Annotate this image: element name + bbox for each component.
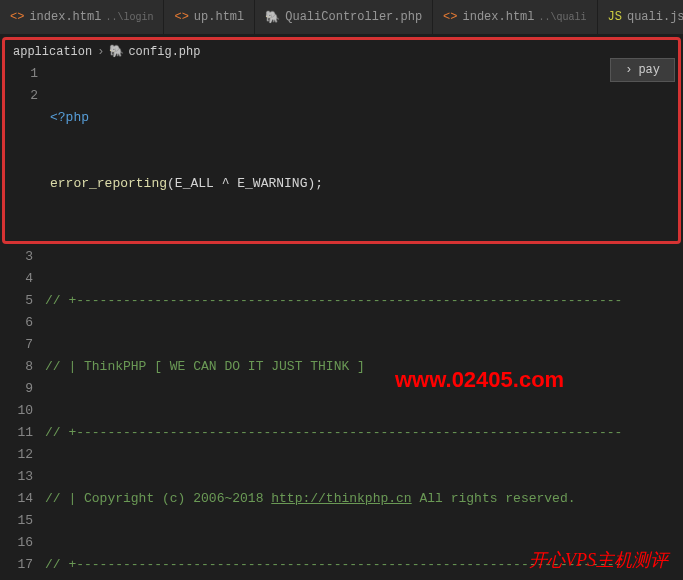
highlighted-region: application › 🐘 config.php 1 2 <?php err… bbox=[2, 37, 681, 244]
tab-quali-js[interactable]: JS quali.js bbox=[598, 0, 683, 34]
chevron-right-icon: › bbox=[97, 45, 104, 59]
tab-label: up.html bbox=[194, 10, 244, 24]
breadcrumb[interactable]: application › 🐘 config.php bbox=[5, 40, 678, 63]
tab-label: QualiController.php bbox=[285, 10, 422, 24]
editor-first-lines: 1 2 <?php error_reporting(E_ALL ^ E_WARN… bbox=[5, 63, 678, 239]
editor-body: 3 4 5 6 7 8 9 10 11 12 13 14 15 16 17 18… bbox=[0, 246, 683, 580]
tab-index-quali[interactable]: <> index.html ..\quali bbox=[433, 0, 597, 34]
editor-tabs: <> index.html ..\login <> up.html 🐘 Qual… bbox=[0, 0, 683, 35]
tab-label: index.html bbox=[29, 10, 101, 24]
php-icon: 🐘 bbox=[109, 44, 124, 59]
tab-path: ..\login bbox=[105, 12, 153, 23]
php-icon: 🐘 bbox=[265, 10, 280, 25]
chevron-right-icon: › bbox=[625, 63, 632, 77]
tab-label: index.html bbox=[463, 10, 535, 24]
pay-button[interactable]: › pay bbox=[610, 58, 675, 82]
code-area[interactable]: <?php error_reporting(E_ALL ^ E_WARNING)… bbox=[50, 63, 678, 239]
breadcrumb-file: config.php bbox=[128, 45, 200, 59]
code-area[interactable]: // +------------------------------------… bbox=[45, 246, 683, 580]
link-thinkphp[interactable]: http://thinkphp.cn bbox=[271, 491, 411, 506]
pay-label: pay bbox=[638, 63, 660, 77]
breadcrumb-folder: application bbox=[13, 45, 92, 59]
gutter: 1 2 bbox=[5, 63, 50, 239]
tab-up-html[interactable]: <> up.html bbox=[164, 0, 255, 34]
tab-path: ..\quali bbox=[539, 12, 587, 23]
html-icon: <> bbox=[443, 10, 457, 24]
html-icon: <> bbox=[10, 10, 24, 24]
tab-index-login[interactable]: <> index.html ..\login bbox=[0, 0, 164, 34]
html-icon: <> bbox=[174, 10, 188, 24]
php-open-tag: <?php bbox=[50, 110, 89, 125]
tab-label: quali.js bbox=[627, 10, 683, 24]
js-icon: JS bbox=[608, 10, 622, 24]
function-call: error_reporting bbox=[50, 176, 167, 191]
gutter: 3 4 5 6 7 8 9 10 11 12 13 14 15 16 17 18… bbox=[0, 246, 45, 580]
tab-quali-controller[interactable]: 🐘 QualiController.php bbox=[255, 0, 433, 34]
